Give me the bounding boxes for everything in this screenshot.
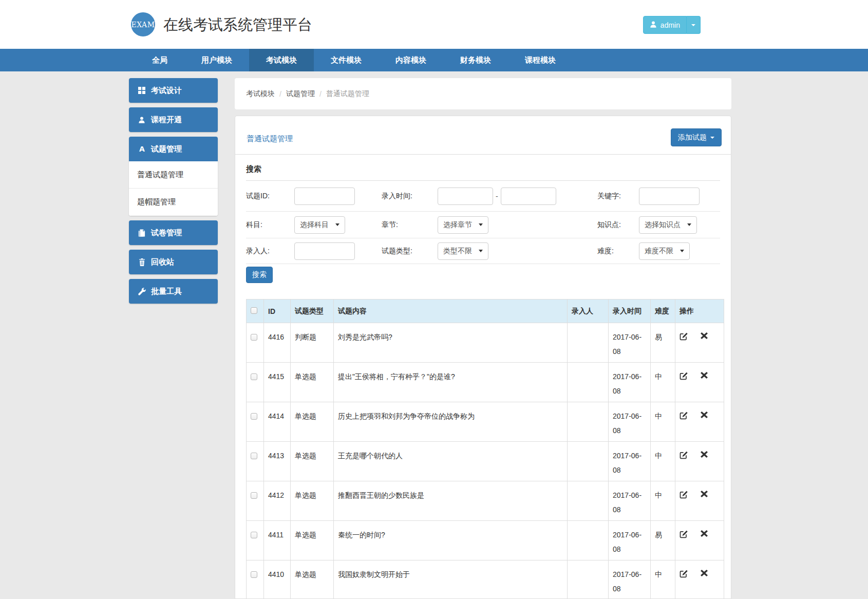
sidebar-item-question-management[interactable]: A 试题管理 bbox=[129, 137, 218, 161]
breadcrumb-item[interactable]: 考试模块 bbox=[246, 89, 275, 99]
wrench-icon bbox=[138, 288, 146, 295]
nav-item[interactable]: 用户模块 bbox=[184, 49, 249, 71]
delete-button[interactable] bbox=[701, 411, 708, 418]
knowledge-select-value: 选择知识点 bbox=[645, 220, 681, 230]
row-checkbox[interactable] bbox=[251, 492, 257, 499]
col-difficulty: 难度 bbox=[651, 300, 675, 323]
field-creator: 录入人: bbox=[246, 238, 355, 264]
row-checkbox[interactable] bbox=[251, 571, 257, 578]
nav-item-label: 用户模块 bbox=[201, 55, 232, 65]
nav-item[interactable]: 财务模块 bbox=[443, 49, 508, 71]
creator-input[interactable] bbox=[294, 242, 355, 260]
row-checkbox[interactable] bbox=[251, 453, 257, 459]
sidebar-item[interactable]: 考试设计 bbox=[129, 78, 218, 103]
entry-time-to-input[interactable] bbox=[501, 188, 556, 205]
row-checkbox[interactable] bbox=[251, 532, 257, 538]
question-type-select[interactable]: 类型不限 bbox=[438, 242, 488, 260]
table-row: 4413 单选题 王充是哪个朝代的人 2017-06-08 中 bbox=[247, 442, 724, 481]
nav-item[interactable]: 全局 bbox=[135, 49, 184, 71]
delete-button[interactable] bbox=[701, 372, 708, 379]
cell-id: 4413 bbox=[264, 442, 291, 481]
nav-item-label: 文件模块 bbox=[331, 55, 362, 65]
cell-id: 4412 bbox=[264, 481, 291, 521]
cell-creator bbox=[568, 560, 609, 599]
sidebar-submenu-item[interactable]: 普通试题管理 bbox=[129, 161, 218, 189]
sidebar-item[interactable]: 试卷管理 bbox=[129, 220, 218, 245]
sidebar-bottom-items: 试卷管理 回收站 批量工具 bbox=[129, 220, 218, 304]
cell-creator bbox=[568, 521, 609, 560]
breadcrumb-item-current: 普通试题管理 bbox=[326, 89, 369, 99]
cell-content: 历史上把项羽和刘邦为争夺帝位的战争称为 bbox=[334, 402, 568, 442]
edit-button[interactable] bbox=[680, 491, 688, 499]
entry-date-value: 2017-06-08 bbox=[613, 567, 649, 596]
sidebar-item[interactable]: 回收站 bbox=[129, 250, 218, 274]
difficulty-select[interactable]: 难度不限 bbox=[639, 242, 690, 260]
row-checkbox[interactable] bbox=[251, 413, 257, 420]
edit-button[interactable] bbox=[680, 411, 688, 420]
select-all-checkbox[interactable] bbox=[251, 307, 257, 314]
edit-button[interactable] bbox=[680, 570, 688, 578]
cell-entry-date: 2017-06-08 bbox=[609, 560, 651, 599]
nav-item-label: 全局 bbox=[152, 55, 167, 65]
field-chapter: 章节: 选择章节 bbox=[382, 212, 488, 238]
delete-icon bbox=[701, 372, 708, 379]
sidebar-item-label: 考试设计 bbox=[151, 86, 182, 96]
edit-button[interactable] bbox=[680, 372, 688, 380]
nav-item[interactable]: 课程模块 bbox=[508, 49, 573, 71]
knowledge-select[interactable]: 选择知识点 bbox=[639, 216, 697, 234]
nav-item[interactable]: 文件模块 bbox=[314, 49, 379, 71]
tab-common-question-management[interactable]: 普通试题管理 bbox=[247, 134, 293, 144]
keyword-input[interactable] bbox=[639, 188, 700, 205]
breadcrumb-item[interactable]: 试题管理 bbox=[286, 89, 315, 99]
main-content: 考试模块 / 试题管理 / 普通试题管理 普通试题管理 添加试题 搜索 试题ID… bbox=[235, 78, 731, 599]
delete-button[interactable] bbox=[701, 332, 708, 339]
question-id-input[interactable] bbox=[294, 188, 355, 205]
question-bank-icon: A bbox=[138, 145, 146, 153]
entry-date-value: 2017-06-08 bbox=[613, 488, 649, 517]
nav-item[interactable]: 考试模块 bbox=[249, 49, 314, 71]
user-button[interactable]: admin bbox=[643, 16, 687, 34]
delete-button[interactable] bbox=[701, 570, 708, 576]
add-question-button[interactable]: 添加试题 bbox=[671, 128, 722, 146]
sidebar-item[interactable]: 课程开通 bbox=[129, 107, 218, 132]
date-range-separator: - bbox=[496, 192, 498, 200]
logo-text: EXAM bbox=[131, 21, 155, 29]
top-header: EXAM 在线考试系统管理平台 admin bbox=[0, 0, 868, 49]
add-question-button-label: 添加试题 bbox=[678, 133, 707, 142]
sidebar-item[interactable]: 批量工具 bbox=[129, 279, 218, 304]
sidebar-top-items: 考试设计 课程开通 bbox=[129, 78, 218, 132]
delete-button[interactable] bbox=[701, 491, 708, 497]
col-content: 试题内容 bbox=[334, 300, 568, 323]
cell-difficulty: 中 bbox=[651, 560, 675, 599]
cell-creator bbox=[568, 442, 609, 481]
question-type-label: 试题类型: bbox=[382, 247, 438, 256]
delete-icon bbox=[701, 332, 708, 339]
entry-time-from-input[interactable] bbox=[438, 188, 493, 205]
subject-select[interactable]: 选择科目 bbox=[294, 216, 345, 234]
cell-entry-date: 2017-06-08 bbox=[609, 402, 651, 442]
user-icon bbox=[138, 116, 146, 124]
app-logo: EXAM bbox=[131, 12, 155, 36]
edit-button[interactable] bbox=[680, 530, 688, 538]
cell-actions bbox=[675, 363, 724, 402]
user-dropdown-toggle[interactable] bbox=[687, 16, 701, 34]
edit-button[interactable] bbox=[680, 332, 688, 341]
cell-type: 单选题 bbox=[291, 363, 334, 402]
delete-button[interactable] bbox=[701, 530, 708, 537]
sidebar-submenu-item-label: 普通试题管理 bbox=[137, 170, 183, 180]
delete-button[interactable] bbox=[701, 451, 708, 458]
field-difficulty: 难度: 难度不限 bbox=[597, 238, 690, 264]
search-button[interactable]: 搜索 bbox=[246, 267, 273, 283]
sidebar-item-label: 试卷管理 bbox=[151, 228, 182, 238]
field-knowledge: 知识点: 选择知识点 bbox=[597, 212, 697, 238]
sidebar-submenu-item[interactable]: 题帽题管理 bbox=[129, 189, 218, 216]
edit-button[interactable] bbox=[680, 451, 688, 459]
sidebar-item-label: 回收站 bbox=[151, 257, 174, 267]
cell-entry-date: 2017-06-08 bbox=[609, 521, 651, 560]
nav-item[interactable]: 内容模块 bbox=[379, 49, 443, 71]
chapter-select[interactable]: 选择章节 bbox=[438, 216, 488, 234]
cell-entry-date: 2017-06-08 bbox=[609, 323, 651, 363]
chevron-down-icon bbox=[691, 24, 695, 26]
row-checkbox[interactable] bbox=[251, 373, 257, 380]
row-checkbox[interactable] bbox=[251, 334, 257, 341]
